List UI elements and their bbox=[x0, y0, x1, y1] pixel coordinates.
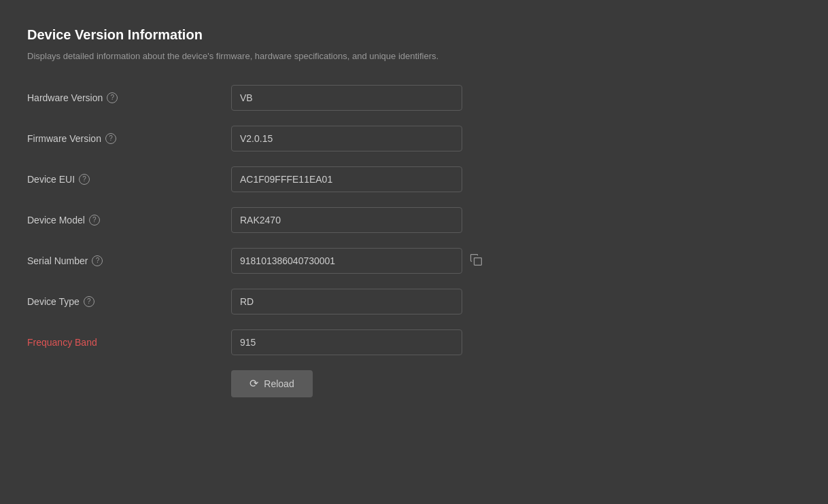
form-fields: Hardware Version?Firmware Version?Device… bbox=[27, 85, 585, 355]
label-device-eui: Device EUI? bbox=[27, 174, 231, 185]
label-device-type: Device Type? bbox=[27, 296, 231, 307]
help-icon-device-model[interactable]: ? bbox=[89, 215, 100, 226]
help-icon-device-eui[interactable]: ? bbox=[79, 174, 90, 185]
help-icon-device-type[interactable]: ? bbox=[84, 296, 94, 307]
reload-icon: ⟳ bbox=[249, 377, 258, 390]
page-container: Device Version Information Displays deta… bbox=[0, 0, 612, 425]
form-row-device-eui: Device EUI? bbox=[27, 166, 585, 192]
reload-button[interactable]: ⟳ Reload bbox=[231, 370, 313, 397]
form-row-serial-number: Serial Number? bbox=[27, 248, 585, 274]
form-row-hardware-version: Hardware Version? bbox=[27, 85, 585, 111]
input-device-eui[interactable] bbox=[231, 166, 462, 192]
help-icon-serial-number[interactable]: ? bbox=[92, 255, 103, 266]
label-firmware-version: Firmware Version? bbox=[27, 133, 231, 144]
form-row-frequency-band: Frequancy Band bbox=[27, 329, 585, 355]
input-device-type[interactable] bbox=[231, 289, 462, 314]
input-wrapper-device-eui bbox=[231, 166, 462, 192]
input-device-model[interactable] bbox=[231, 207, 462, 233]
form-row-device-model: Device Model? bbox=[27, 207, 585, 233]
help-icon-firmware-version[interactable]: ? bbox=[105, 133, 116, 144]
label-hardware-version: Hardware Version? bbox=[27, 92, 231, 103]
reload-label: Reload bbox=[264, 378, 294, 389]
input-wrapper-hardware-version bbox=[231, 85, 462, 111]
input-wrapper-serial-number bbox=[231, 248, 483, 274]
input-wrapper-frequency-band bbox=[231, 329, 462, 355]
label-device-model: Device Model? bbox=[27, 215, 231, 226]
input-frequency-band[interactable] bbox=[231, 329, 462, 355]
input-firmware-version[interactable] bbox=[231, 126, 462, 151]
svg-rect-0 bbox=[475, 257, 482, 265]
page-description: Displays detailed information about the … bbox=[27, 50, 585, 63]
input-wrapper-device-type bbox=[231, 289, 462, 314]
input-hardware-version[interactable] bbox=[231, 85, 462, 111]
page-title: Device Version Information bbox=[27, 27, 585, 43]
label-serial-number: Serial Number? bbox=[27, 255, 231, 266]
help-icon-hardware-version[interactable]: ? bbox=[107, 92, 118, 103]
form-row-firmware-version: Firmware Version? bbox=[27, 126, 585, 151]
input-wrapper-device-model bbox=[231, 207, 462, 233]
input-serial-number[interactable] bbox=[231, 248, 462, 274]
input-wrapper-firmware-version bbox=[231, 126, 462, 151]
label-frequency-band: Frequancy Band bbox=[27, 337, 231, 348]
copy-icon-serial-number[interactable] bbox=[469, 253, 483, 269]
form-row-device-type: Device Type? bbox=[27, 289, 585, 314]
